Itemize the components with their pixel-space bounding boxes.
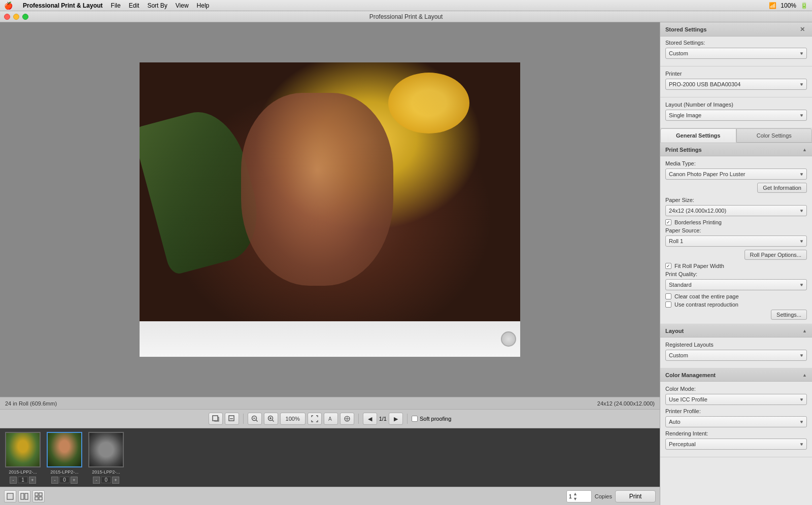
counter-minus-1[interactable]: -	[10, 477, 17, 484]
grid-layout-icon[interactable]	[32, 490, 45, 502]
rendering-intent-label: Rendering Intent:	[665, 430, 807, 436]
contrast-repro-checkbox[interactable]	[665, 301, 671, 308]
registered-layouts-select[interactable]: Custom	[665, 350, 807, 361]
tab-color-settings[interactable]: Color Settings	[736, 128, 813, 143]
layout-section-collapse-icon: ▲	[802, 328, 807, 333]
counter-plus-1[interactable]: +	[29, 477, 36, 484]
text-button[interactable]: A	[324, 413, 338, 425]
edit-menu[interactable]: Edit	[125, 0, 144, 11]
minimize-button[interactable]	[13, 14, 19, 20]
color-mode-label: Color Mode:	[665, 386, 807, 392]
counter-minus-2[interactable]: -	[51, 477, 58, 484]
svg-rect-10	[39, 493, 42, 496]
print-settings-title: Print Settings	[665, 147, 702, 153]
view-menu[interactable]: View	[172, 0, 193, 11]
print-settings-header[interactable]: Print Settings ▲	[660, 143, 812, 156]
clear-coat-checkbox[interactable]	[665, 293, 671, 299]
add-image-button[interactable]	[209, 413, 223, 425]
print-quality-select[interactable]: Standard	[665, 279, 807, 290]
soft-proof-checkbox[interactable]	[412, 416, 418, 422]
status-bar: 24 in Roll (609.6mm) 24x12 (24.000x12.00…	[0, 397, 660, 409]
sort-by-menu[interactable]: Sort By	[143, 0, 171, 11]
layout-images-select[interactable]: Single Image	[665, 110, 807, 121]
color-mode-select[interactable]: Use ICC Profile	[665, 394, 807, 405]
stored-settings-select-wrapper: Custom	[665, 48, 807, 59]
printer-section: Printer PRO-2000 USB BADA00304	[660, 66, 812, 97]
single-layout-icon[interactable]	[4, 490, 16, 502]
printer-row: Printer PRO-2000 USB BADA00304	[665, 71, 807, 90]
color-management-header[interactable]: Color Management ▲	[660, 368, 812, 382]
layout-images-row: Layout (Number of Images) Single Image	[665, 102, 807, 121]
help-menu[interactable]: Help	[193, 0, 214, 11]
layout-images-label: Layout (Number of Images)	[665, 102, 807, 108]
registered-layouts-row: Registered Layouts Custom	[665, 342, 807, 361]
paper-size-select[interactable]: 24x12 (24.000x12.000)	[665, 205, 807, 216]
media-type-label: Media Type:	[665, 160, 807, 166]
printer-label: Printer	[665, 71, 807, 77]
layout-section-header[interactable]: Layout ▲	[660, 324, 812, 338]
battery-icon: 🔋	[800, 2, 808, 9]
remove-image-button[interactable]	[225, 413, 239, 425]
toolbar: 100% A ◀ 1/1 ▶ Soft proofing	[0, 409, 660, 428]
printer-profile-row: Printer Profile: Auto	[665, 408, 807, 427]
print-button[interactable]: Print	[615, 490, 656, 502]
zoom-in-button[interactable]	[264, 413, 278, 425]
registered-layouts-select-wrapper: Custom	[665, 350, 807, 361]
paper-source-label: Paper Source:	[665, 227, 807, 233]
next-button[interactable]: ▶	[389, 413, 403, 425]
paper-source-select-wrapper: Roll 1	[665, 235, 807, 247]
color-management-content: Color Mode: Use ICC Profile Printer Prof…	[660, 382, 812, 457]
settings-button[interactable]: Settings...	[771, 310, 807, 320]
paper-source-select[interactable]: Roll 1	[665, 235, 807, 247]
thumbnail-item-1[interactable]: 2015-LPP2-... - 1 +	[5, 432, 41, 484]
printer-select[interactable]: PRO-2000 USB BADA00304	[665, 79, 807, 90]
thumbnail-image-1	[5, 432, 41, 467]
bottom-bar: 1 ▲▼ Copies Print	[0, 487, 660, 505]
panel-close-button[interactable]: ✕	[800, 26, 807, 33]
soft-proof-row: Soft proofing	[412, 416, 451, 422]
apple-menu[interactable]: 🍎	[4, 2, 13, 10]
counter-val-1: 1	[18, 477, 28, 483]
maximize-button[interactable]	[22, 14, 28, 20]
svg-rect-12	[39, 497, 42, 500]
printer-profile-select[interactable]: Auto	[665, 416, 807, 427]
app-menu[interactable]: Professional Print & Layout	[19, 0, 107, 11]
double-layout-icon[interactable]	[18, 490, 30, 502]
fit-page-button[interactable]	[308, 413, 322, 425]
fit-roll-width-row: Fit Roll Paper Width	[665, 263, 807, 269]
svg-rect-8	[25, 493, 28, 499]
color-management-collapse-icon: ▲	[802, 373, 807, 378]
thumb-counter-1: - 1 +	[10, 477, 36, 484]
zoom-out-button[interactable]	[248, 413, 262, 425]
borderless-label: Borderless Printing	[674, 219, 722, 225]
contrast-repro-row: Use contrast reproduction	[665, 301, 807, 308]
zoom-level-button[interactable]: 100%	[280, 413, 306, 425]
media-type-select[interactable]: Canon Photo Paper Pro Luster	[665, 169, 807, 180]
registered-layouts-label: Registered Layouts	[665, 342, 807, 348]
thumbnail-item-3[interactable]: 2015-LPP2-... - 0 +	[88, 432, 124, 484]
close-button[interactable]	[4, 14, 10, 20]
counter-plus-2[interactable]: +	[71, 477, 78, 484]
stored-settings-select[interactable]: Custom	[665, 48, 807, 59]
copies-input[interactable]: 1 ▲▼	[566, 490, 592, 502]
get-info-button[interactable]: Get Information	[757, 183, 807, 193]
roll-paper-options-button[interactable]: Roll Paper Options...	[745, 250, 807, 260]
prev-button[interactable]: ◀	[363, 413, 377, 425]
photo-image	[140, 62, 520, 321]
thumbnail-item-2[interactable]: 2015-LPP2-... - 0 +	[47, 432, 82, 484]
fit-roll-width-checkbox[interactable]	[665, 263, 671, 269]
tab-general-settings[interactable]: General Settings	[660, 128, 736, 143]
print-quality-label: Print Quality:	[665, 271, 807, 277]
borderless-checkbox[interactable]	[665, 219, 671, 225]
color-settings-button[interactable]	[340, 413, 354, 425]
thumb-bg-3	[89, 433, 123, 466]
settings-tabs: General Settings Color Settings	[660, 128, 812, 143]
rendering-intent-select[interactable]: Perceptual	[665, 439, 807, 450]
counter-minus-3[interactable]: -	[93, 477, 100, 484]
counter-plus-3[interactable]: +	[112, 477, 119, 484]
color-management-title: Color Management	[665, 372, 716, 378]
photo-bottom	[140, 321, 520, 357]
file-menu[interactable]: File	[107, 0, 124, 11]
clear-coat-label: Clear coat the entire page	[674, 293, 739, 299]
contrast-repro-label: Use contrast reproduction	[674, 301, 738, 308]
